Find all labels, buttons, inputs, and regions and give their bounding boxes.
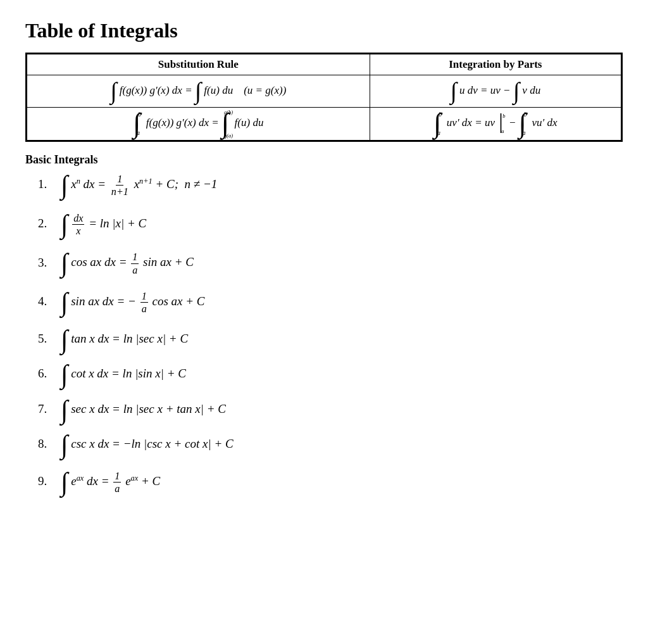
formula-1: ∫ xn dx = 1n+1 xn+1 + C; n ≠ −1 (61, 173, 217, 198)
formula-6: ∫ cot x dx = ln |sin x| + C (61, 364, 186, 385)
item-num-1: 1. (38, 177, 56, 191)
row2-col1: ∫ a b f(g(x)) g′(x) dx = ∫ g(a) g(b) f(u… (27, 107, 370, 140)
item-num-8: 8. (38, 437, 56, 451)
item-num-5: 5. (38, 332, 56, 346)
integral-item-2: 2. ∫ dxx = ln |x| + C (38, 212, 623, 237)
formula-7: ∫ sec x dx = ln |sec x + tan x| + C (61, 400, 226, 420)
item-num-4: 4. (38, 294, 56, 308)
col2-header: Integration by Parts (370, 54, 621, 75)
formula-3: ∫ cos ax dx = 1a sin ax + C (61, 251, 194, 276)
integral-item-6: 6. ∫ cot x dx = ln |sin x| + C (38, 364, 623, 385)
integral-item-8: 8. ∫ csc x dx = −ln |csc x + cot x| + C (38, 434, 623, 455)
formula-8: ∫ csc x dx = −ln |csc x + cot x| + C (61, 434, 234, 455)
col1-header: Substitution Rule (27, 54, 370, 75)
basic-integrals-list: 1. ∫ xn dx = 1n+1 xn+1 + C; n ≠ −1 2. ∫ … (25, 173, 623, 495)
integral-item-7: 7. ∫ sec x dx = ln |sec x + tan x| + C (38, 400, 623, 420)
item-num-6: 6. (38, 367, 56, 381)
integral-item-1: 1. ∫ xn dx = 1n+1 xn+1 + C; n ≠ −1 (38, 173, 623, 198)
integral-item-4: 4. ∫ sin ax dx = − 1a cos ax + C (38, 290, 623, 315)
row2-col2: ∫ a b uv′ dx = uv | a b − ∫ (370, 107, 621, 140)
item-num-7: 7. (38, 402, 56, 416)
page-title: Table of Integrals (25, 19, 623, 42)
row1-col2: ∫ u dv = uv − ∫ v du (370, 75, 621, 108)
formula-9: ∫ eax dx = 1a eax + C (61, 470, 160, 495)
integrals-table: Substitution Rule Integration by Parts ∫… (25, 53, 623, 142)
formula-2: ∫ dxx = ln |x| + C (61, 212, 146, 237)
item-num-9: 9. (38, 474, 56, 488)
basic-integrals-label: Basic Integrals (25, 153, 623, 167)
integral-item-3: 3. ∫ cos ax dx = 1a sin ax + C (38, 251, 623, 276)
integral-item-9: 9. ∫ eax dx = 1a eax + C (38, 470, 623, 495)
item-num-3: 3. (38, 256, 56, 270)
row1-col1: ∫ f(g(x)) g′(x) dx = ∫ f(u) du (u = g(x)… (27, 75, 370, 108)
formula-4: ∫ sin ax dx = − 1a cos ax + C (61, 290, 205, 315)
integral-item-5: 5. ∫ tan x dx = ln |sec x| + C (38, 329, 623, 350)
item-num-2: 2. (38, 217, 56, 230)
formula-5: ∫ tan x dx = ln |sec x| + C (61, 329, 188, 350)
